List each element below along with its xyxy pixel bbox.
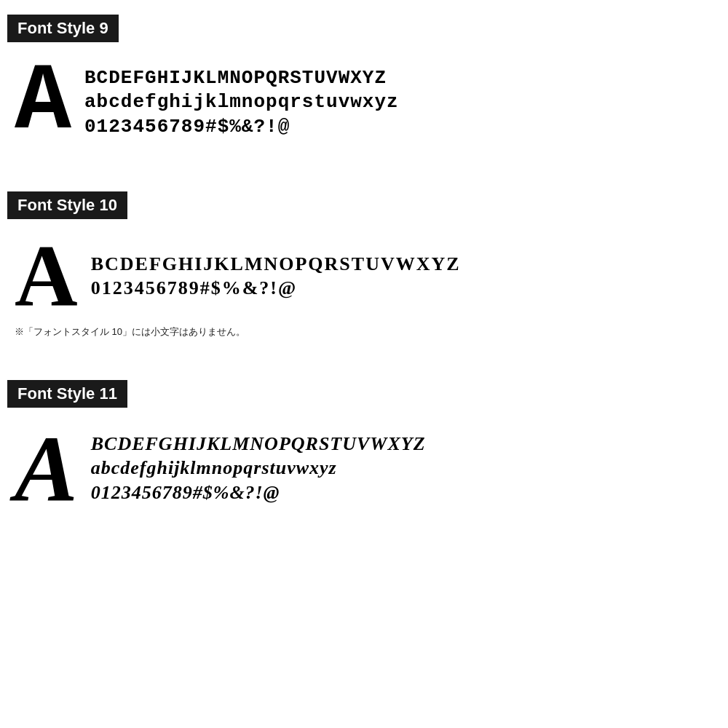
font-style-11-section: Font Style 11 A BCDEFGHIJKLMNOPQRSTUVWXY… [7,380,721,515]
font-style-11-line-1: BCDEFGHIJKLMNOPQRSTUVWXYZ [91,432,426,455]
font-style-9-header: Font Style 9 [7,15,119,42]
font-style-9-line-3: 0123456789#$%&?!@ [84,116,399,138]
font-style-10-note: ※「フォントスタイル 10」には小文字はありません。 [15,325,721,339]
font-style-10-char-lines: BCDEFGHIJKLMNOPQRSTUVWXYZ 0123456789#$%&… [91,253,461,299]
font-style-9-char-lines: BCDEFGHIJKLMNOPQRSTUVWXYZ abcdefghijklmn… [84,67,399,138]
font-style-11-demo: A BCDEFGHIJKLMNOPQRSTUVWXYZ abcdefghijkl… [7,421,721,515]
font-style-9-section: Font Style 9 A BCDEFGHIJKLMNOPQRSTUVWXYZ… [7,15,721,150]
font-style-9-line-1: BCDEFGHIJKLMNOPQRSTUVWXYZ [84,67,399,90]
font-style-11-line-2: abcdefghijklmnopqrstuvwxyz [91,456,426,479]
font-style-11-line-3: 0123456789#$%&?!@ [91,481,426,504]
font-style-10-section: Font Style 10 A BCDEFGHIJKLMNOPQRSTUVWXY… [7,191,721,339]
font-style-11-big-letter: A [15,421,78,515]
font-style-11-char-lines: BCDEFGHIJKLMNOPQRSTUVWXYZ abcdefghijklmn… [91,432,426,504]
divider-2 [7,352,721,352]
font-style-9-demo: A BCDEFGHIJKLMNOPQRSTUVWXYZ abcdefghijkl… [7,55,721,150]
font-style-10-line-1: BCDEFGHIJKLMNOPQRSTUVWXYZ [91,253,461,275]
font-style-9-line-2: abcdefghijklmnopqrstuvwxyz [84,91,399,114]
font-style-10-line-2: 0123456789#$%&?!@ [91,277,461,299]
page: Font Style 9 A BCDEFGHIJKLMNOPQRSTUVWXYZ… [0,0,728,728]
font-style-10-demo: A BCDEFGHIJKLMNOPQRSTUVWXYZ 0123456789#$… [7,232,721,320]
font-style-10-header: Font Style 10 [7,191,127,219]
font-style-10-big-letter: A [15,232,78,320]
divider-1 [7,163,721,164]
font-style-9-big-letter: A [15,55,71,150]
font-style-11-header: Font Style 11 [7,380,127,408]
